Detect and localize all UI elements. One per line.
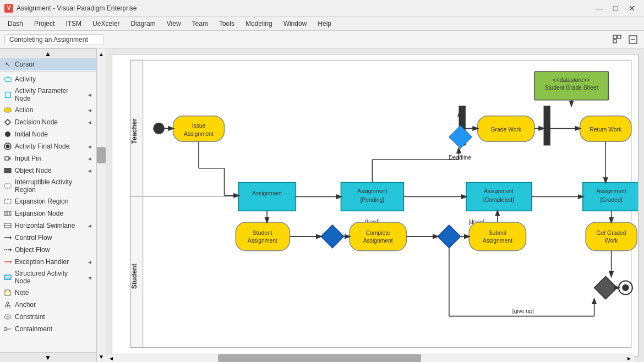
sidebar-item-expansion-node[interactable]: Expansion Node <box>0 207 96 220</box>
note-icon <box>3 288 12 297</box>
menu-team[interactable]: Team <box>187 19 214 29</box>
panel-items: ↖ Cursor Activity Activity Parameter Nod… <box>0 58 96 352</box>
svg-rect-44 <box>130 196 631 347</box>
sidebar-item-object-node-label: Object Node <box>15 167 52 174</box>
menu-diagram[interactable]: Diagram <box>125 19 161 29</box>
svg-rect-0 <box>613 35 616 39</box>
sidebar-item-object-flow[interactable]: Object Flow <box>0 244 96 256</box>
sidebar-item-activity[interactable]: Activity <box>0 73 96 85</box>
h-scroll-thumb[interactable] <box>218 354 421 362</box>
sidebar-item-constraint-label: Constraint <box>15 313 45 321</box>
sidebar-item-initial-label: Initial Node <box>15 130 48 138</box>
sidebar-item-exception-handler[interactable]: Exception Handler ◄ <box>0 256 96 268</box>
svg-rect-101 <box>469 222 526 251</box>
svg-text:Assignment: Assignment <box>184 131 214 137</box>
scroll-thumb[interactable] <box>97 147 106 163</box>
sidebar-item-initial[interactable]: Initial Node <box>0 128 96 140</box>
sidebar-item-interruptible-label: Interruptible Activity Region <box>15 178 92 194</box>
scroll-up-arrow[interactable]: ▲ <box>97 48 106 59</box>
vertical-scroll[interactable]: ▲ ▼ <box>96 48 106 362</box>
breadcrumb: Completing an Assignment <box>4 34 103 45</box>
menu-itsm[interactable]: ITSM <box>60 19 87 29</box>
scroll-right-arrow[interactable]: ► <box>624 354 634 362</box>
svg-text:Assignment: Assignment <box>357 188 387 194</box>
structured-activity-arrow: ◄ <box>87 275 92 281</box>
sidebar-item-cursor[interactable]: ↖ Cursor <box>0 58 96 70</box>
svg-text:Student: Student <box>130 264 138 289</box>
svg-text:[Completed]: [Completed] <box>483 197 514 203</box>
toolbar-right <box>611 33 640 46</box>
svg-text:[Pending]: [Pending] <box>361 197 385 203</box>
toolbar: Completing an Assignment <box>0 31 644 48</box>
sidebar-item-decision[interactable]: Decision Node ◄ <box>0 116 96 128</box>
minimize-button[interactable]: — <box>591 3 607 14</box>
svg-point-118 <box>622 284 629 291</box>
menu-window[interactable]: Window <box>278 19 313 29</box>
sidebar-item-anchor[interactable]: Anchor <box>0 299 96 311</box>
panel-scroll-down[interactable]: ▼ <box>0 352 96 362</box>
sidebar-item-action[interactable]: Action ◄ <box>0 104 96 116</box>
sidebar-item-interruptible[interactable]: Interruptible Activity Region <box>0 177 96 195</box>
diagram-canvas: Teacher Student <<datastore>> Student Gr… <box>112 54 638 356</box>
svg-text:Assignment: Assignment <box>363 238 393 244</box>
sidebar-item-horiz-swimlane[interactable]: Horizontal Swimlane ◄ <box>0 220 96 232</box>
sidebar-item-expansion-region[interactable]: Expansion Region <box>0 195 96 207</box>
initial-node-icon <box>3 130 12 139</box>
sidebar-item-expansion-node-label: Expansion Node <box>15 210 63 217</box>
svg-marker-24 <box>10 248 12 251</box>
sidebar-item-control-flow[interactable]: Control Flow <box>0 232 96 244</box>
expansion-node-icon <box>3 209 12 218</box>
menu-project[interactable]: Project <box>29 19 60 29</box>
toolbar-export-icon[interactable] <box>626 33 640 46</box>
panel-scroll-up[interactable]: ▲ <box>0 48 96 58</box>
exception-handler-icon <box>3 257 12 266</box>
sidebar-item-containment[interactable]: + Containment <box>0 323 96 335</box>
sidebar-item-action-label: Action <box>15 106 33 114</box>
final-node-icon <box>3 142 12 151</box>
sidebar-item-control-flow-label: Control Flow <box>15 234 52 242</box>
menu-help[interactable]: Help <box>312 19 337 29</box>
decision-icon <box>3 118 12 127</box>
menu-tools[interactable]: Tools <box>214 19 240 29</box>
svg-rect-87 <box>236 222 290 251</box>
toolbar-grid-icon[interactable] <box>611 33 624 46</box>
structured-activity-icon: SA <box>3 273 12 282</box>
input-pin-icon <box>3 154 12 163</box>
decision-arrow: ◄ <box>87 119 92 125</box>
input-pin-arrow: ◄ <box>87 156 92 162</box>
svg-text:Return Work: Return Work <box>590 127 622 133</box>
sidebar-item-final[interactable]: Activity Final Node ◄ <box>0 140 96 152</box>
sidebar-item-expansion-region-label: Expansion Region <box>15 198 68 205</box>
maximize-button[interactable]: □ <box>608 3 623 14</box>
menu-modeling[interactable]: Modeling <box>240 19 278 29</box>
sidebar-item-note[interactable]: Note <box>0 287 96 299</box>
svg-text:Assignment: Assignment <box>252 190 282 196</box>
svg-text:Assignment: Assignment <box>597 188 626 194</box>
titlebar: V Assignment - Visual Paradigm Enterpris… <box>0 0 644 17</box>
scroll-left-arrow[interactable]: ◄ <box>106 354 116 362</box>
svg-text:Submit: Submit <box>489 230 506 236</box>
menu-view[interactable]: View <box>161 19 187 29</box>
sidebar-item-structured-activity[interactable]: SA Structured Activity Node ◄ <box>0 268 96 287</box>
sidebar-item-final-label: Activity Final Node <box>15 142 69 150</box>
svg-rect-13 <box>4 184 11 188</box>
final-arrow: ◄ <box>87 144 92 150</box>
app-icon: V <box>4 4 13 13</box>
sidebar-item-object-node[interactable]: Object Node ◄ <box>0 164 96 177</box>
svg-rect-14 <box>4 199 11 204</box>
horizontal-scrollbar[interactable]: ◄ ► <box>106 354 634 362</box>
menubar: Dash Project ITSM UeXceler Diagram View … <box>0 17 644 31</box>
menu-dash[interactable]: Dash <box>2 19 29 29</box>
apn-arrow: ◄ <box>87 92 92 98</box>
window-controls: — □ ✕ <box>591 3 640 14</box>
sidebar-item-input-pin[interactable]: Input Pin ◄ <box>0 152 96 164</box>
menu-uexceler[interactable]: UeXceler <box>87 19 125 29</box>
sidebar-item-apn[interactable]: Activity Parameter Node ◄ <box>0 85 96 104</box>
close-button[interactable]: ✕ <box>624 3 640 14</box>
apn-icon <box>3 90 12 99</box>
svg-rect-69 <box>238 183 295 211</box>
cursor-icon: ↖ <box>3 60 12 69</box>
sidebar-item-constraint[interactable]: Constraint <box>0 311 96 323</box>
scroll-down-arrow[interactable]: ▼ <box>97 351 106 362</box>
sidebar-item-containment-label: Containment <box>15 325 52 333</box>
